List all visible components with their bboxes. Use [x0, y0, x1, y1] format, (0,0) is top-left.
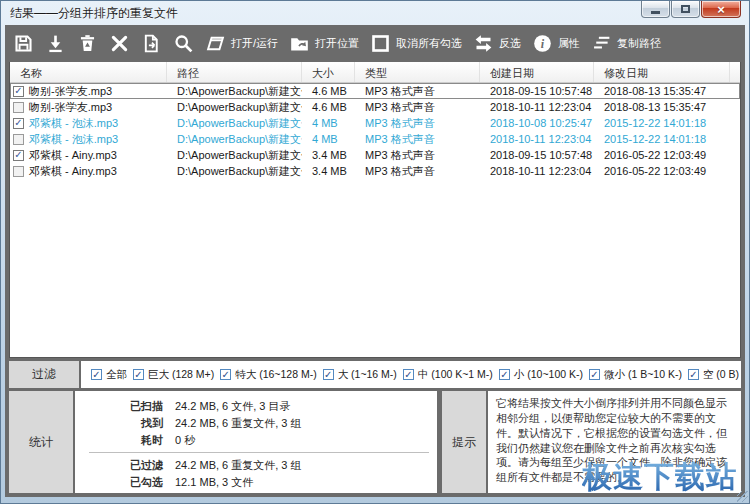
table-body: 吻别-张学友.mp3 D:\ApowerBackup\新建文件夹 4.6 MB …: [10, 83, 740, 357]
properties-button[interactable]: i 属性: [532, 33, 580, 54]
table-header: 名称 路径 大小 类型 创建日期 修改日期: [10, 62, 740, 83]
table-row[interactable]: 邓紫棋 - Ainy.mp3 D:\ApowerBackup\新建文件夹 3.4…: [10, 147, 740, 163]
results-table: 名称 路径 大小 类型 创建日期 修改日期: [9, 62, 741, 358]
row-checkbox[interactable]: [13, 102, 24, 113]
cell-size: 4.6 MB: [302, 85, 355, 97]
column-header[interactable]: 路径: [167, 62, 302, 82]
stat-key: 耗时: [75, 433, 175, 448]
close-icon: ×: [717, 3, 725, 16]
cell-created: 2018-09-15 10:57:48: [480, 149, 594, 161]
cell-type: MP3 格式声音: [355, 100, 480, 115]
invert-selection-label: 反选: [499, 36, 521, 51]
stat-key: 找到: [75, 416, 175, 431]
cell-path: D:\ApowerBackup\新建文件夹: [167, 116, 302, 131]
row-checkbox[interactable]: [13, 150, 24, 161]
row-checkbox[interactable]: [13, 134, 24, 145]
minimize-button[interactable]: [641, 1, 670, 18]
minimize-icon: [651, 11, 660, 14]
filter-option[interactable]: 特大 (16~128 M-): [220, 368, 316, 382]
maximize-button[interactable]: [671, 1, 700, 18]
cell-size: 3.4 MB: [302, 165, 355, 177]
cell-name: 邓紫棋 - 泡沫.mp3: [10, 132, 167, 147]
filter-checkbox[interactable]: [499, 369, 510, 380]
open-run-button[interactable]: 打开/运行: [205, 33, 278, 54]
maximize-icon: [681, 5, 690, 13]
tips-section-label: 提示: [442, 391, 486, 493]
table-row[interactable]: 邓紫棋 - 泡沫.mp3 D:\ApowerBackup\新建文件... 4 M…: [10, 131, 740, 147]
filter-option[interactable]: 空 (0 B): [688, 368, 739, 382]
column-header[interactable]: 名称: [10, 62, 167, 82]
filter-option[interactable]: 全部: [91, 368, 127, 382]
cell-created: 2018-10-11 12:23:04: [480, 101, 594, 113]
filter-bar: 过滤 全部 巨大 (128 M+) 特大 (16~128: [9, 361, 741, 388]
table-row[interactable]: 邓紫棋 - 泡沫.mp3 D:\ApowerBackup\新建文件夹 4 MB …: [10, 115, 740, 131]
stat-key: 已勾选: [75, 475, 175, 490]
filter-option[interactable]: 巨大 (128 M+): [133, 368, 214, 382]
filter-option-label: 特大 (16~128 M-): [235, 368, 316, 382]
column-header[interactable]: 创建日期: [480, 62, 594, 82]
filter-checkbox[interactable]: [220, 369, 231, 380]
open-run-icon: [205, 33, 226, 54]
stats-divider: [89, 452, 429, 453]
filter-checkbox[interactable]: [403, 369, 414, 380]
export-button[interactable]: [45, 33, 66, 54]
row-checkbox[interactable]: [13, 166, 24, 177]
file-name: 吻别-张学友.mp3: [29, 100, 112, 115]
column-header[interactable]: 类型: [355, 62, 480, 82]
filter-option[interactable]: 中 (100 K~1 M-): [403, 368, 493, 382]
filter-option[interactable]: 微小 (1 B~10 K-): [589, 368, 682, 382]
move-file-button[interactable]: [141, 33, 162, 54]
file-name: 邓紫棋 - Ainy.mp3: [29, 148, 117, 163]
invert-selection-button[interactable]: 反选: [473, 33, 521, 54]
cell-path: D:\ApowerBackup\新建文件夹: [167, 84, 302, 99]
file-name: 邓紫棋 - 泡沫.mp3: [29, 132, 118, 147]
close-button[interactable]: ×: [701, 1, 741, 18]
save-button[interactable]: [13, 33, 34, 54]
table-row[interactable]: 邓紫棋 - Ainy.mp3 D:\ApowerBackup\新建文件... 3…: [10, 163, 740, 179]
stats-filter-lines: 已过滤 24.2 MB, 6 重复文件, 3 组 已勾选 12.1 MB, 3 …: [75, 457, 429, 491]
copy-path-button[interactable]: 复制路径: [591, 33, 661, 54]
filter-checkbox[interactable]: [688, 369, 699, 380]
recycle-button[interactable]: [77, 33, 98, 54]
filter-checkbox[interactable]: [133, 369, 144, 380]
filter-checkbox[interactable]: [589, 369, 600, 380]
resize-grip[interactable]: [737, 491, 748, 502]
stat-line: 找到 24.2 MB, 6 重复文件, 3 组: [75, 415, 429, 432]
row-checkbox[interactable]: [13, 86, 24, 97]
open-location-button[interactable]: 打开位置: [289, 33, 359, 54]
filter-option[interactable]: 小 (10~100 K-): [499, 368, 583, 382]
uncheck-all-label: 取消所有勾选: [396, 36, 462, 51]
cell-created: 2018-10-08 10:25:47: [480, 117, 594, 129]
cell-path: D:\ApowerBackup\新建文件夹: [167, 148, 302, 163]
cell-name: 邓紫棋 - Ainy.mp3: [10, 164, 167, 179]
table-row[interactable]: 吻别-张学友.mp3 D:\ApowerBackup\新建文件... 4.6 M…: [10, 99, 740, 115]
column-header[interactable]: 修改日期: [594, 62, 730, 82]
filter-option[interactable]: 大 (1~16 M-): [323, 368, 397, 382]
filter-checkbox[interactable]: [91, 369, 102, 380]
stat-key: 已扫描: [75, 399, 175, 414]
column-header[interactable]: 大小: [302, 62, 355, 82]
stat-value: 24.2 MB, 6 重复文件, 3 组: [175, 458, 302, 473]
properties-label: 属性: [558, 36, 580, 51]
window-title: 结果——分组并排序的重复文件: [10, 5, 178, 22]
cell-name: 邓紫棋 - Ainy.mp3: [10, 148, 167, 163]
stat-line: 已勾选 12.1 MB, 3 文件: [75, 474, 429, 491]
stat-value: 24.2 MB, 6 重复文件, 3 组: [175, 416, 302, 431]
filter-option-label: 全部: [106, 368, 127, 382]
cell-type: MP3 格式声音: [355, 164, 480, 179]
table-row[interactable]: 吻别-张学友.mp3 D:\ApowerBackup\新建文件夹 4.6 MB …: [10, 83, 740, 99]
recycle-bin-icon: [77, 33, 98, 54]
stats-body: 已扫描 24.2 MB, 6 文件, 3 目录 找到 24.2 MB, 6 重复…: [75, 391, 437, 493]
window-frame: 打开/运行 打开位置 取消所有勾选 反选 i 属性 复制路径: [5, 25, 745, 497]
delete-button[interactable]: [109, 33, 130, 54]
filter-checkbox[interactable]: [323, 369, 334, 380]
cell-size: 4.6 MB: [302, 101, 355, 113]
svg-text:i: i: [541, 37, 545, 51]
uncheck-all-button[interactable]: 取消所有勾选: [370, 33, 462, 54]
copy-path-icon: [591, 33, 612, 54]
filter-option-label: 大 (1~16 M-): [338, 368, 397, 382]
stats-section: 统计 已扫描 24.2 MB, 6 文件, 3 目录 找到 24.2: [9, 391, 437, 493]
row-checkbox[interactable]: [13, 118, 24, 129]
cell-name: 吻别-张学友.mp3: [10, 84, 167, 99]
search-button[interactable]: [173, 33, 194, 54]
